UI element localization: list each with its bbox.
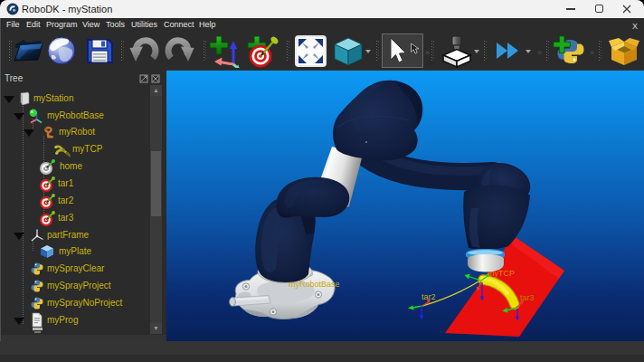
svg-text:myTCP: myTCP — [488, 269, 515, 278]
svg-text:tar2: tar2 — [421, 292, 436, 301]
svg-text:tar3: tar3 — [520, 293, 535, 302]
svg-text:myRobotBase: myRobotBase — [289, 280, 340, 289]
